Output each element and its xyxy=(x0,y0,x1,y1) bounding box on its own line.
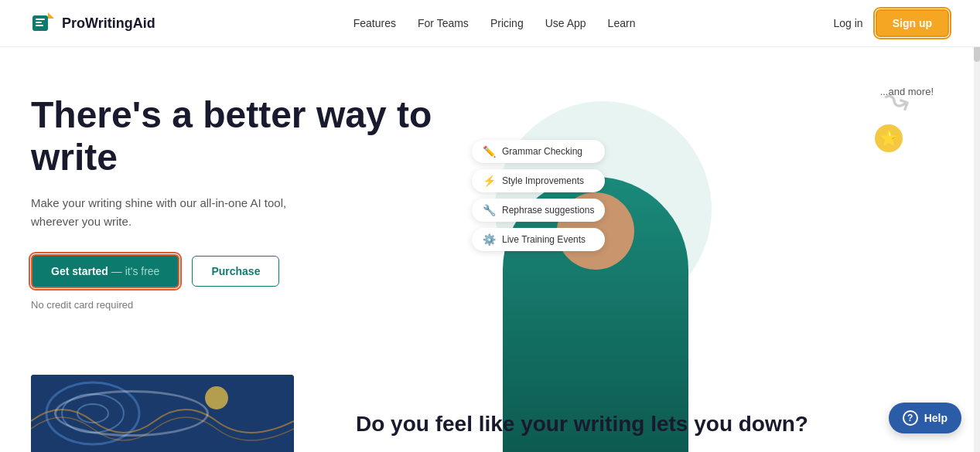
grammar-label: Grammar Checking xyxy=(502,146,582,157)
help-icon: ? xyxy=(903,410,918,426)
svg-rect-3 xyxy=(36,25,43,26)
feature-pills: ✏️ Grammar Checking ⚡ Style Improvements… xyxy=(472,140,605,251)
logo[interactable]: ProWritingAid xyxy=(31,11,155,36)
pill-style: ⚡ Style Improvements xyxy=(472,169,605,192)
pill-training: ⚙️ Live Training Events xyxy=(472,228,605,251)
hero-buttons: Get started — it's free Purchase xyxy=(31,254,464,288)
svg-point-9 xyxy=(205,386,228,410)
svg-rect-2 xyxy=(36,22,42,23)
nav-learn[interactable]: Learn xyxy=(608,17,636,29)
help-label: Help xyxy=(924,412,948,424)
svg-marker-4 xyxy=(48,12,54,19)
bottom-tagline-area: Do you feel like your writing lets you d… xyxy=(294,412,839,452)
login-link[interactable]: Log in xyxy=(834,17,863,29)
style-icon: ⚡ xyxy=(483,175,496,187)
nav-features[interactable]: Features xyxy=(353,17,396,29)
pill-grammar: ✏️ Grammar Checking xyxy=(472,140,605,163)
nav-use-app[interactable]: Use App xyxy=(545,17,586,29)
cta-suffix: — it's free xyxy=(111,265,160,277)
rephrase-label: Rephrase suggestions xyxy=(502,205,594,216)
help-button[interactable]: ? Help xyxy=(889,403,961,433)
training-label: Live Training Events xyxy=(502,234,586,245)
nav-actions: Log in Sign up xyxy=(834,9,949,37)
pill-rephrase: 🔧 Rephrase suggestions xyxy=(472,199,605,222)
hero-subtitle: Make your writing shine with our all-in-… xyxy=(31,194,309,231)
logo-icon xyxy=(31,11,56,36)
navigation: ProWritingAid Features For Teams Pricing… xyxy=(0,0,980,47)
rephrase-icon: 🔧 xyxy=(483,204,496,216)
training-icon: ⚙️ xyxy=(483,233,496,246)
purchase-button[interactable]: Purchase xyxy=(192,256,279,287)
star-badge: ⭐ xyxy=(875,124,903,152)
grammar-icon: ✏️ xyxy=(483,145,496,158)
scrollbar[interactable] xyxy=(974,0,980,452)
logo-text: ProWritingAid xyxy=(62,15,155,32)
svg-rect-1 xyxy=(36,19,45,20)
nav-links: Features For Teams Pricing Use App Learn xyxy=(353,17,636,29)
no-card-label: No credit card required xyxy=(31,299,464,311)
decorative-curve: ↝ xyxy=(879,79,916,121)
signup-button[interactable]: Sign up xyxy=(876,9,949,37)
get-started-button[interactable]: Get started — it's free xyxy=(31,254,179,288)
hero-title: There's a better way to write xyxy=(31,93,464,178)
nav-for-teams[interactable]: For Teams xyxy=(418,17,469,29)
artwork-thumbnail xyxy=(31,375,294,452)
cta-label: Get started xyxy=(51,265,108,277)
style-label: Style Improvements xyxy=(502,175,584,186)
nav-pricing[interactable]: Pricing xyxy=(490,17,524,29)
bottom-section: Do you feel like your writing lets you d… xyxy=(0,375,980,452)
painting-swirl xyxy=(54,390,209,437)
bottom-tagline: Do you feel like your writing lets you d… xyxy=(356,412,808,437)
